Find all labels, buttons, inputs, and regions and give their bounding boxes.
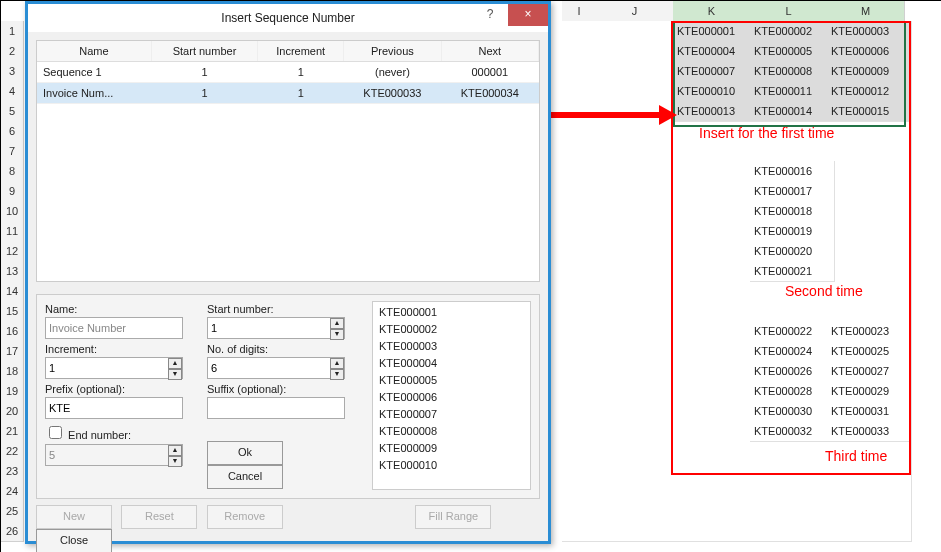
row-header[interactable]: 14 xyxy=(1,281,24,302)
end-number-input[interactable] xyxy=(45,444,183,466)
row-header[interactable]: 1 xyxy=(1,21,24,42)
cell[interactable] xyxy=(750,301,835,322)
cell[interactable] xyxy=(673,521,758,542)
col-header[interactable]: I xyxy=(562,1,597,22)
row-header[interactable]: 13 xyxy=(1,261,24,282)
cell[interactable]: KTE000018 xyxy=(750,201,835,222)
cell[interactable] xyxy=(673,441,758,462)
cell[interactable] xyxy=(827,121,912,142)
row-header[interactable]: 20 xyxy=(1,401,24,422)
cell[interactable] xyxy=(750,141,835,162)
cell[interactable] xyxy=(827,221,912,242)
cell[interactable]: KTE000025 xyxy=(827,341,912,362)
row-header[interactable]: 26 xyxy=(1,521,24,542)
table-header[interactable]: Next xyxy=(441,41,538,62)
cell[interactable]: KTE000007 xyxy=(673,61,758,82)
cell[interactable] xyxy=(827,201,912,222)
cell[interactable]: KTE000030 xyxy=(750,401,835,422)
col-header[interactable]: M xyxy=(827,1,905,23)
cell[interactable] xyxy=(827,461,912,482)
cell[interactable] xyxy=(673,281,758,302)
cell[interactable]: KTE000005 xyxy=(750,41,835,62)
cell[interactable] xyxy=(827,241,912,262)
cell[interactable] xyxy=(596,341,681,362)
cell[interactable] xyxy=(673,181,758,202)
cell[interactable] xyxy=(673,501,758,522)
col-header[interactable]: K xyxy=(673,1,751,23)
row-header[interactable]: 9 xyxy=(1,181,24,202)
cell[interactable] xyxy=(596,321,681,342)
cell[interactable] xyxy=(827,301,912,322)
spin-down-icon[interactable]: ▼ xyxy=(168,369,182,380)
row-header[interactable]: 22 xyxy=(1,441,24,462)
cell[interactable] xyxy=(673,141,758,162)
end-number-checkbox[interactable] xyxy=(49,426,62,439)
cell[interactable] xyxy=(750,461,835,482)
spin-up-icon[interactable]: ▲ xyxy=(330,358,344,369)
spin-up-icon[interactable]: ▲ xyxy=(168,358,182,369)
spin-down-icon[interactable]: ▼ xyxy=(330,329,344,340)
increment-input[interactable] xyxy=(45,357,183,379)
row-header[interactable]: 2 xyxy=(1,41,24,62)
dialog-close-button[interactable]: × xyxy=(508,4,548,26)
cell[interactable] xyxy=(596,121,681,142)
spin-up-icon[interactable]: ▲ xyxy=(330,318,344,329)
cell[interactable] xyxy=(827,521,912,542)
table-header[interactable]: Name xyxy=(37,41,151,62)
cell[interactable] xyxy=(596,361,681,382)
row-header[interactable]: 5 xyxy=(1,101,24,122)
spin-down-icon[interactable]: ▼ xyxy=(330,369,344,380)
cell[interactable]: KTE000012 xyxy=(827,81,912,102)
cell[interactable]: KTE000016 xyxy=(750,161,835,182)
cell[interactable] xyxy=(673,421,758,442)
cell[interactable]: KTE000004 xyxy=(673,41,758,62)
cell[interactable]: KTE000027 xyxy=(827,361,912,382)
row-header[interactable]: 4 xyxy=(1,81,24,102)
cell[interactable] xyxy=(596,81,681,102)
cell[interactable] xyxy=(596,461,681,482)
new-button[interactable]: New xyxy=(36,505,112,529)
row-header[interactable]: 15 xyxy=(1,301,24,322)
cell[interactable] xyxy=(596,141,681,162)
cell[interactable] xyxy=(673,221,758,242)
cell[interactable] xyxy=(827,161,912,182)
row-header[interactable]: 17 xyxy=(1,341,24,362)
row-header[interactable]: 11 xyxy=(1,221,24,242)
cell[interactable] xyxy=(827,501,912,522)
row-header[interactable]: 19 xyxy=(1,381,24,402)
cell[interactable]: KTE000013 xyxy=(673,101,758,122)
prefix-input[interactable] xyxy=(45,397,183,419)
cell[interactable] xyxy=(596,301,681,322)
cell[interactable] xyxy=(827,481,912,502)
cell[interactable]: KTE000021 xyxy=(750,261,835,282)
cell[interactable] xyxy=(827,261,912,282)
ok-button[interactable]: Ok xyxy=(207,441,283,465)
cell[interactable] xyxy=(596,61,681,82)
row-header[interactable]: 18 xyxy=(1,361,24,382)
start-number-input[interactable] xyxy=(207,317,345,339)
table-row[interactable]: Invoice Num...11KTE000033KTE000034 xyxy=(37,83,539,104)
close-button[interactable]: Close xyxy=(36,529,112,552)
table-header[interactable]: Increment xyxy=(258,41,344,62)
table-header[interactable]: Start number xyxy=(151,41,257,62)
row-header[interactable]: 8 xyxy=(1,161,24,182)
row-header[interactable]: 6 xyxy=(1,121,24,142)
name-input[interactable] xyxy=(45,317,183,339)
cell[interactable] xyxy=(596,101,681,122)
cell[interactable] xyxy=(827,141,912,162)
cell[interactable] xyxy=(750,521,835,542)
cell[interactable] xyxy=(673,201,758,222)
cell[interactable] xyxy=(596,441,681,462)
digits-input[interactable] xyxy=(207,357,345,379)
cell[interactable] xyxy=(673,301,758,322)
remove-button[interactable]: Remove xyxy=(207,505,283,529)
cell[interactable] xyxy=(596,41,681,62)
cell[interactable]: KTE000031 xyxy=(827,401,912,422)
row-header[interactable]: 23 xyxy=(1,461,24,482)
cell[interactable]: KTE000009 xyxy=(827,61,912,82)
cell[interactable]: KTE000033 xyxy=(827,421,912,442)
cell[interactable]: KTE000020 xyxy=(750,241,835,262)
row-header[interactable]: 12 xyxy=(1,241,24,262)
reset-button[interactable]: Reset xyxy=(121,505,197,529)
cell[interactable] xyxy=(673,261,758,282)
